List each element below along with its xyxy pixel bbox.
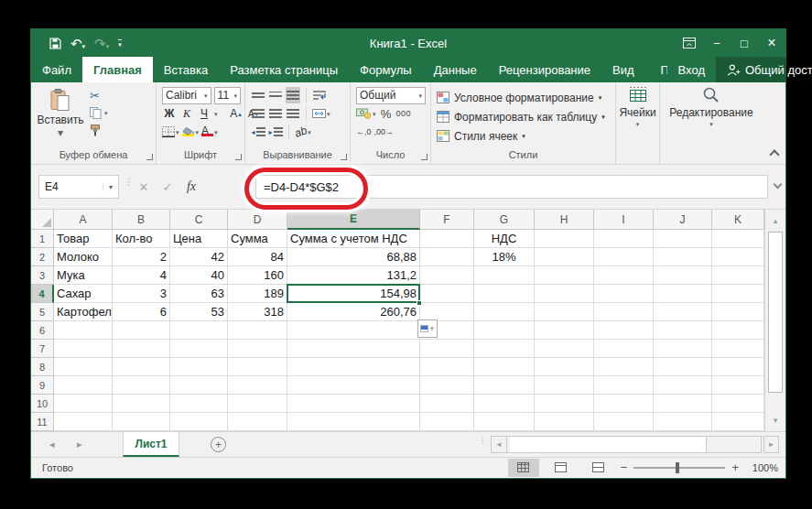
autofill-options-button[interactable]: + xyxy=(417,319,438,338)
ribbon-tab-разметка-страницы[interactable]: Разметка страницы xyxy=(219,57,349,82)
cell-A11[interactable] xyxy=(54,413,113,431)
italic-button[interactable]: К xyxy=(179,105,194,122)
cut-button[interactable]: ✂ xyxy=(90,88,152,103)
ribbon-tab-вставка[interactable]: Вставка xyxy=(153,57,219,82)
cell-I1[interactable] xyxy=(594,230,654,248)
cell-C8[interactable] xyxy=(170,358,228,376)
cell-B4[interactable]: 3 xyxy=(113,285,170,303)
cell-A4[interactable]: Сахар xyxy=(54,285,113,303)
row-header-5[interactable]: 5 xyxy=(31,303,54,321)
cell-C5[interactable]: 53 xyxy=(170,303,228,321)
ribbon-tab-данные[interactable]: Данные xyxy=(423,57,488,82)
cell-F2[interactable] xyxy=(420,248,474,266)
row-header-3[interactable]: 3 xyxy=(31,266,54,285)
editing-button[interactable]: Редактирование ▾ xyxy=(660,82,763,148)
cell-B10[interactable] xyxy=(113,395,170,413)
maximize-button[interactable]: □ xyxy=(731,29,758,57)
cell-H8[interactable] xyxy=(535,358,594,376)
paste-button[interactable]: Вставить ▾ xyxy=(37,86,84,138)
cell-D2[interactable]: 84 xyxy=(228,248,287,266)
cell-F8[interactable] xyxy=(420,358,474,376)
cell-D8[interactable] xyxy=(228,358,287,376)
cell-B11[interactable] xyxy=(113,413,170,431)
row-header-10[interactable]: 10 xyxy=(31,395,54,413)
column-header-F[interactable]: F xyxy=(420,210,474,230)
new-sheet-button[interactable]: + xyxy=(211,437,226,452)
format-as-table-button[interactable]: Форматировать как таблицу▾ xyxy=(437,107,612,126)
cell-J6[interactable] xyxy=(654,321,712,340)
cell-D1[interactable]: Сумма xyxy=(228,230,287,248)
redo-button[interactable]: ↷▾ xyxy=(94,37,109,50)
cell-E4[interactable]: 154,98 xyxy=(287,285,420,303)
cell-A2[interactable]: Молоко xyxy=(54,248,113,266)
cell-F9[interactable] xyxy=(420,376,474,395)
cell-K4[interactable] xyxy=(712,285,764,303)
font-name-combo[interactable]: Calibri▾ xyxy=(162,87,211,104)
decrease-decimal-button[interactable]: ,00→ xyxy=(374,124,395,140)
cell-H3[interactable] xyxy=(535,266,594,285)
page-break-view-button[interactable] xyxy=(583,459,614,477)
cell-H7[interactable] xyxy=(535,340,594,358)
font-size-combo[interactable]: 11▾ xyxy=(214,87,241,104)
percent-style-button[interactable]: % xyxy=(379,105,394,122)
align-left-button[interactable] xyxy=(251,105,265,122)
cell-D6[interactable] xyxy=(228,321,287,340)
ribbon-tab-вид[interactable]: Вид xyxy=(601,57,645,82)
cell-I7[interactable] xyxy=(594,340,654,358)
cell-A10[interactable] xyxy=(54,395,113,413)
cell-E3[interactable]: 131,2 xyxy=(287,266,420,285)
cell-D7[interactable] xyxy=(228,340,287,358)
cell-I3[interactable] xyxy=(594,266,654,285)
increase-indent-button[interactable]: ▸ xyxy=(268,124,283,140)
ribbon-tab-файл[interactable]: Файл xyxy=(31,57,82,82)
next-sheet-icon[interactable]: ▸ xyxy=(77,439,82,450)
cell-J5[interactable] xyxy=(654,303,712,321)
expand-formula-bar-icon[interactable] xyxy=(774,180,783,190)
row-header-2[interactable]: 2 xyxy=(31,248,54,266)
enter-entry-button[interactable]: ✓ xyxy=(157,177,178,197)
cell-E11[interactable] xyxy=(287,413,420,431)
cell-D10[interactable] xyxy=(228,395,287,413)
ribbon-tab-рецензирование[interactable]: Рецензирование xyxy=(488,57,601,82)
cell-G3[interactable] xyxy=(474,266,535,285)
cell-K1[interactable] xyxy=(712,230,764,248)
scroll-left-icon[interactable]: ◂ xyxy=(492,437,507,452)
cell-F7[interactable] xyxy=(420,340,474,358)
cell-G5[interactable] xyxy=(474,303,535,321)
cell-H6[interactable] xyxy=(535,321,594,340)
cell-B6[interactable] xyxy=(113,321,170,340)
cell-F1[interactable] xyxy=(420,230,474,248)
cell-G2[interactable]: 18% xyxy=(474,248,535,266)
scroll-right-icon[interactable]: ▸ xyxy=(763,436,779,453)
cell-F5[interactable] xyxy=(420,303,474,321)
cell-J9[interactable] xyxy=(654,376,712,395)
cell-C3[interactable]: 40 xyxy=(170,266,228,285)
align-bottom-button[interactable] xyxy=(286,87,300,103)
column-header-I[interactable]: I xyxy=(594,210,654,230)
cell-B7[interactable] xyxy=(113,340,170,358)
row-header-4[interactable]: 4 xyxy=(31,285,54,303)
column-header-G[interactable]: G xyxy=(474,210,535,230)
select-all-button[interactable] xyxy=(31,210,54,230)
cell-B1[interactable]: Кол-во xyxy=(113,230,170,248)
customize-qat-button[interactable]: ▾ xyxy=(118,39,122,48)
cancel-entry-button[interactable]: ✕ xyxy=(134,177,154,197)
cell-E7[interactable] xyxy=(287,340,420,358)
comma-style-button[interactable]: 000 xyxy=(396,105,412,122)
cell-E1[interactable]: Сумма с учетом НДС xyxy=(287,230,420,248)
cell-B2[interactable]: 2 xyxy=(113,248,170,266)
fill-handle[interactable] xyxy=(417,300,422,306)
ribbon-tab-главная[interactable]: Главная xyxy=(82,57,153,82)
tab-splitter-grip[interactable]: ⋮ xyxy=(479,439,487,442)
save-button[interactable] xyxy=(49,38,61,49)
cell-D4[interactable]: 189 xyxy=(228,285,287,303)
cell-D3[interactable]: 160 xyxy=(228,266,287,285)
cell-E8[interactable] xyxy=(287,358,420,376)
cells-button[interactable]: Ячейки ▾ xyxy=(616,82,659,148)
cell-K5[interactable] xyxy=(712,303,764,321)
cell-H1[interactable] xyxy=(535,230,594,248)
page-layout-view-button[interactable] xyxy=(546,459,577,477)
align-right-button[interactable] xyxy=(286,105,300,122)
align-center-button[interactable] xyxy=(268,105,283,122)
cell-E6[interactable] xyxy=(287,321,420,340)
